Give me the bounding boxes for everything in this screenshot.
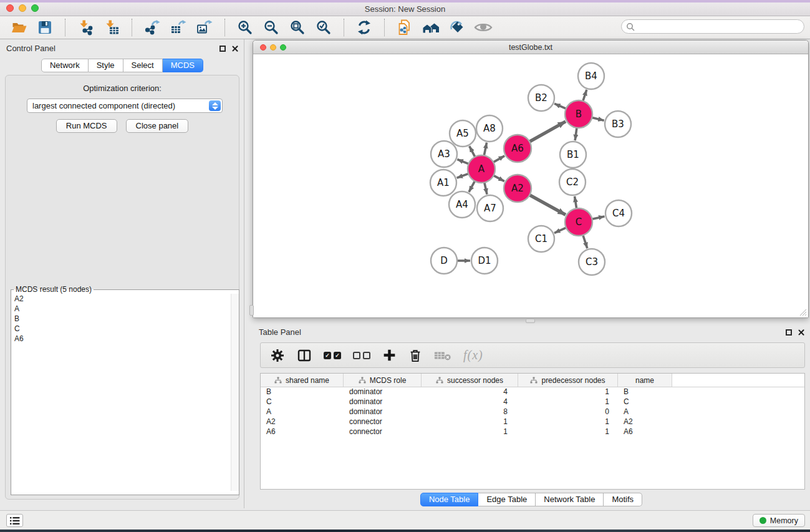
import-network-button[interactable] [75, 18, 95, 37]
tab-network-table[interactable]: Network Table [536, 493, 604, 506]
table-cell[interactable]: B [261, 387, 344, 397]
table-row[interactable]: Adominator80A [261, 407, 804, 417]
tab-style[interactable]: Style [89, 59, 123, 72]
node-D[interactable]: D [431, 248, 457, 274]
table-row[interactable]: Bdominator41B [261, 387, 804, 397]
panel-splitter-handle[interactable] [249, 305, 254, 316]
column-header-shared-name[interactable]: shared name [261, 374, 344, 387]
criterion-select[interactable]: largest connected component (directed) [27, 99, 223, 113]
table-cell[interactable]: A6 [261, 427, 344, 437]
deselect-all-columns-button[interactable] [353, 347, 370, 364]
export-network-button[interactable] [142, 18, 162, 37]
node-B1[interactable]: B1 [560, 142, 586, 168]
result-scrollbar[interactable] [231, 294, 239, 491]
show-hide-graphics-button[interactable] [473, 18, 493, 37]
refresh-button[interactable] [354, 18, 374, 37]
home-button[interactable] [421, 18, 441, 37]
table-cell[interactable]: C [261, 397, 344, 407]
zoom-out-button[interactable] [261, 18, 281, 37]
edge-A-A4[interactable] [469, 180, 475, 191]
panel-splitter-handle[interactable] [526, 319, 535, 323]
node-B2[interactable]: B2 [528, 85, 554, 111]
edge-C-C2[interactable] [575, 196, 577, 210]
column-header-successor-nodes[interactable]: successor nodes [422, 374, 518, 387]
table-cell[interactable]: A2 [261, 417, 344, 427]
mcds-result-item[interactable]: A [11, 304, 239, 314]
edge-A-A1[interactable] [457, 173, 470, 178]
edge-A2-C[interactable] [529, 195, 566, 215]
table-cell[interactable]: 1 [422, 427, 518, 437]
show-hide-labels-button[interactable] [447, 18, 467, 37]
edge-C-C4[interactable] [592, 216, 605, 220]
table-cell[interactable]: connector [344, 417, 422, 427]
table-cell[interactable]: A [261, 407, 344, 417]
tab-network[interactable]: Network [41, 59, 89, 72]
table-row[interactable]: A6connector11A6 [261, 427, 804, 437]
mcds-result-item[interactable]: B [11, 314, 239, 324]
node-A6[interactable]: A6 [504, 135, 531, 162]
table-row[interactable]: Cdominator41C [261, 397, 804, 407]
edge-B-B2[interactable] [554, 104, 567, 109]
column-header-mcds-role[interactable]: MCDS role [344, 374, 422, 387]
function-builder-button[interactable]: f(x) [463, 347, 483, 364]
show-panels-menu-button[interactable] [6, 514, 23, 527]
table-settings-button[interactable] [270, 347, 285, 364]
edge-A6-B[interactable] [529, 122, 566, 142]
tab-edge-table[interactable]: Edge Table [478, 493, 536, 506]
delete-table-button[interactable] [434, 347, 451, 364]
float-panel-icon[interactable] [786, 329, 792, 336]
table-row[interactable]: A2connector11A2 [261, 417, 804, 427]
table-cell[interactable]: 4 [422, 387, 518, 397]
import-table-button[interactable] [102, 18, 122, 37]
mcds-result-item[interactable]: C [11, 324, 239, 334]
node-B4[interactable]: B4 [578, 63, 604, 89]
node-A3[interactable]: A3 [431, 141, 457, 167]
node-A8[interactable]: A8 [476, 115, 503, 142]
node-A4[interactable]: A4 [449, 191, 475, 218]
network-canvas[interactable]: B4B2BB3A8A5A6A3B1AA1C2A2A4A7C4CC1DC3D1 [253, 54, 808, 317]
table-cell[interactable]: A6 [618, 427, 672, 437]
tab-mcds[interactable]: MCDS [163, 59, 203, 72]
float-panel-icon[interactable] [219, 46, 226, 52]
node-A2[interactable]: A2 [504, 175, 531, 202]
node-A5[interactable]: A5 [450, 120, 476, 147]
edge-C-C3[interactable] [583, 235, 587, 248]
node-A7[interactable]: A7 [477, 195, 503, 221]
node-C4[interactable]: C4 [605, 200, 632, 226]
mcds-result-item[interactable]: A6 [11, 334, 239, 344]
column-header-name[interactable]: name [618, 374, 672, 387]
node-A1[interactable]: A1 [430, 170, 456, 196]
table-cell[interactable]: A [618, 407, 672, 417]
node-D1[interactable]: D1 [471, 248, 498, 274]
table-cell[interactable]: 1 [518, 427, 618, 437]
edge-B-B3[interactable] [591, 117, 604, 120]
table-cell[interactable]: 1 [518, 397, 618, 407]
edge-A-A2[interactable] [493, 175, 504, 181]
edge-A-A6[interactable] [493, 156, 504, 163]
table-cell[interactable]: 0 [518, 407, 618, 417]
node-B3[interactable]: B3 [605, 111, 631, 137]
zoom-selected-button[interactable] [314, 18, 334, 37]
show-columns-button[interactable] [297, 347, 312, 364]
search-box[interactable] [621, 19, 804, 34]
open-session-button[interactable] [9, 18, 29, 37]
table-cell[interactable]: dominator [344, 407, 422, 417]
close-panel-icon[interactable] [231, 45, 239, 52]
table-cell[interactable]: 8 [422, 407, 518, 417]
table-cell[interactable]: C [618, 397, 672, 407]
edge-A-A5[interactable] [470, 146, 476, 157]
node-C3[interactable]: C3 [579, 249, 605, 275]
tab-select[interactable]: Select [123, 59, 163, 72]
delete-column-button[interactable] [408, 347, 422, 364]
close-panel-button[interactable]: Close panel [126, 119, 189, 133]
node-A[interactable]: A [468, 155, 495, 183]
edge-B-B1[interactable] [575, 127, 577, 140]
edge-C-C1[interactable] [554, 228, 567, 233]
close-panel-icon[interactable] [798, 329, 805, 336]
edge-A-A3[interactable] [457, 160, 469, 165]
table-cell[interactable]: 1 [422, 417, 518, 427]
table-cell[interactable]: B [618, 387, 672, 397]
zoom-fit-content-button[interactable] [287, 18, 307, 37]
tab-motifs[interactable]: Motifs [604, 493, 642, 506]
add-column-button[interactable] [382, 347, 397, 364]
